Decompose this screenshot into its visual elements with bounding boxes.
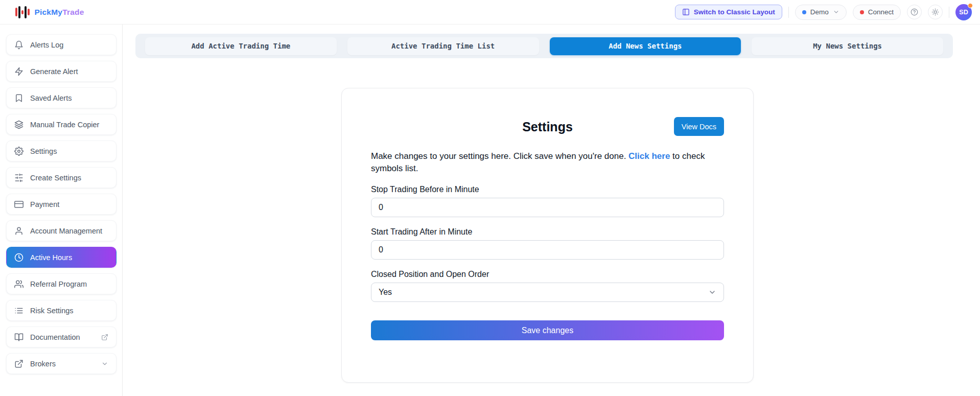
sidebar-item-generate-alert[interactable]: Generate Alert — [6, 61, 116, 82]
tab-add-news-settings[interactable]: Add News Settings — [550, 37, 741, 55]
gear-icon — [14, 147, 24, 156]
start-trading-after-label: Start Trading After in Minute — [371, 227, 724, 237]
sidebar-item-label: Risk Settings — [30, 307, 108, 315]
stop-trading-before-input[interactable] — [371, 198, 724, 217]
description-text: Make changes to your settings here. Clic… — [371, 151, 628, 161]
sliders-icon — [14, 173, 24, 182]
switch-to-classic-layout-button[interactable]: Switch to Classic Layout — [675, 5, 782, 19]
list-icon — [14, 306, 24, 315]
settings-card: Settings View Docs Make changes to your … — [341, 88, 754, 383]
connect-button[interactable]: Connect — [853, 5, 901, 20]
brand-logo[interactable]: PickMyTrade — [15, 5, 84, 19]
sidebar-item-brokers[interactable]: Brokers — [6, 353, 116, 374]
sidebar-item-label: Create Settings — [30, 174, 108, 182]
check-symbols-link[interactable]: Click here — [628, 151, 670, 161]
demo-mode-dropdown[interactable]: Demo — [795, 5, 847, 20]
logo-bars-icon — [15, 5, 30, 19]
external-link-icon — [101, 334, 108, 341]
page-title: Settings — [371, 117, 724, 136]
sidebar-item-label: Saved Alerts — [30, 94, 108, 102]
sidebar-item-risk-settings[interactable]: Risk Settings — [6, 300, 116, 321]
bell-icon — [14, 40, 24, 50]
sidebar-item-label: Referral Program — [30, 280, 108, 288]
user-avatar[interactable]: SD — [955, 4, 972, 20]
brand-name: PickMyTrade — [35, 8, 84, 17]
sidebar-item-payment[interactable]: Payment — [6, 194, 116, 215]
help-circle-icon — [911, 8, 918, 16]
sidebar-item-settings[interactable]: Settings — [6, 141, 116, 161]
view-docs-button[interactable]: View Docs — [674, 117, 724, 136]
closed-position-label: Closed Position and Open Order — [371, 270, 724, 279]
tab-my-news-settings[interactable]: My News Settings — [752, 37, 943, 55]
app-header: PickMyTrade Switch to Classic Layout Dem… — [0, 0, 980, 25]
external-link-icon — [14, 359, 24, 368]
switch-layout-label: Switch to Classic Layout — [694, 8, 775, 16]
brand-name-secondary: Trade — [62, 8, 84, 16]
zap-icon — [14, 67, 24, 76]
sidebar-item-documentation[interactable]: Documentation — [6, 327, 116, 347]
chevron-down-icon — [708, 288, 716, 296]
sidebar-item-referral-program[interactable]: Referral Program — [6, 273, 116, 294]
user-icon — [14, 226, 24, 236]
brand-name-primary: PickMy — [35, 8, 63, 16]
clock-icon — [14, 253, 24, 262]
header-divider — [788, 7, 789, 18]
sidebar: Alerts Log Generate Alert Saved Alerts M… — [0, 25, 123, 396]
sidebar-item-saved-alerts[interactable]: Saved Alerts — [6, 87, 116, 108]
sun-icon — [931, 8, 939, 16]
users-icon — [14, 279, 24, 289]
sidebar-item-active-hours[interactable]: Active Hours — [6, 247, 116, 268]
notification-dot — [968, 3, 973, 8]
settings-description: Make changes to your settings here. Clic… — [371, 150, 724, 175]
closed-position-value: Yes — [379, 288, 392, 297]
tab-add-active-trading-time[interactable]: Add Active Trading Time — [145, 37, 337, 55]
help-button[interactable] — [907, 5, 922, 19]
panel-layout-icon — [682, 8, 690, 16]
layers-icon — [14, 120, 24, 129]
tab-bar: Add Active Trading Time Active Trading T… — [135, 34, 953, 58]
sidebar-item-account-management[interactable]: Account Management — [6, 220, 116, 241]
credit-card-icon — [14, 200, 24, 209]
closed-position-select[interactable]: Yes — [371, 283, 724, 302]
start-trading-after-input[interactable] — [371, 240, 724, 260]
sidebar-item-create-settings[interactable]: Create Settings — [6, 167, 116, 188]
theme-toggle-button[interactable] — [928, 5, 943, 19]
sidebar-item-label: Account Management — [30, 227, 108, 235]
closed-position-group: Closed Position and Open Order Yes — [371, 270, 724, 302]
sidebar-item-label: Active Hours — [30, 253, 108, 262]
sidebar-item-label: Settings — [30, 147, 108, 155]
sidebar-item-label: Documentation — [30, 333, 95, 341]
avatar-initials: SD — [959, 9, 968, 16]
sidebar-item-label: Generate Alert — [30, 67, 108, 76]
sidebar-item-label: Manual Trade Copier — [30, 121, 108, 129]
chevron-down-icon — [833, 9, 839, 15]
stop-trading-before-label: Stop Trading Before in Minute — [371, 185, 724, 194]
chevron-down-icon — [101, 360, 108, 367]
save-changes-button[interactable]: Save changes — [371, 320, 724, 340]
sidebar-item-label: Alerts Log — [30, 41, 108, 49]
bookmark-icon — [14, 94, 24, 103]
header-divider — [949, 7, 949, 18]
main-content: Add Active Trading Time Active Trading T… — [123, 25, 980, 396]
tab-active-trading-time-list[interactable]: Active Trading Time List — [347, 37, 539, 55]
sidebar-item-alerts-log[interactable]: Alerts Log — [6, 34, 116, 55]
sidebar-item-manual-trade-copier[interactable]: Manual Trade Copier — [6, 114, 116, 135]
stop-trading-before-group: Stop Trading Before in Minute — [371, 185, 724, 217]
sidebar-item-label: Payment — [30, 200, 108, 208]
start-trading-after-group: Start Trading After in Minute — [371, 227, 724, 260]
connect-status-dot — [860, 10, 864, 14]
sidebar-item-label: Brokers — [30, 360, 95, 368]
demo-status-dot — [802, 10, 806, 14]
connect-label: Connect — [868, 8, 894, 16]
demo-label: Demo — [810, 8, 829, 16]
book-icon — [14, 333, 24, 342]
